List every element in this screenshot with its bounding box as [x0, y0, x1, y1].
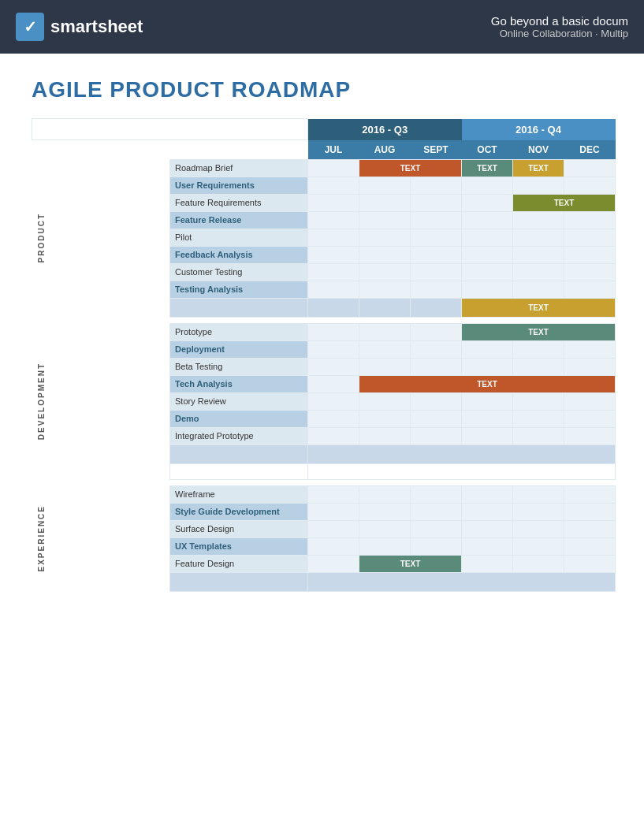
gantt-cell: [564, 537, 616, 555]
quarter-header-row: 2016 - Q3 2016 - Q4: [32, 119, 616, 140]
gantt-cell: [308, 246, 359, 263]
logo-text: smartsheet: [50, 17, 143, 37]
gantt-cell: [308, 463, 616, 479]
gantt-cell: [564, 520, 616, 537]
gantt-cell: [308, 177, 359, 194]
exp-summary-label: [170, 572, 308, 591]
gantt-cell: [564, 340, 616, 358]
gantt-cell: [462, 555, 513, 572]
gantt-cell-bar-summary: TEXT: [462, 298, 616, 317]
gantt-cell: [513, 340, 564, 358]
gantt-cell: [411, 340, 462, 358]
gantt-cell: [308, 485, 359, 503]
gantt-cell: [462, 281, 513, 298]
row-label: Demo: [170, 410, 308, 427]
gantt-cell: [308, 427, 359, 444]
separator-row: [32, 317, 616, 323]
gantt-cell: [359, 263, 411, 281]
smartsheet-logo-icon: ✓: [16, 13, 44, 41]
gantt-cell: [462, 177, 513, 194]
gantt-cell: [513, 427, 564, 444]
gantt-cell: [359, 323, 411, 340]
separator-row-2: [32, 479, 616, 485]
gantt-cell: [308, 211, 359, 229]
gantt-cell: [564, 392, 616, 410]
gantt-cell: [359, 281, 411, 298]
gantt-cell: [359, 194, 411, 211]
row-label: User Requirements: [170, 177, 308, 194]
summary-label: [170, 298, 308, 317]
gantt-cell: [462, 211, 513, 229]
table-row: EXPERIENCE Wireframe: [32, 485, 616, 503]
month-dec: DEC: [564, 140, 616, 160]
gantt-cell: [359, 246, 411, 263]
gantt-cell: [462, 485, 513, 503]
gantt-cell: [564, 358, 616, 375]
row-label: Style Guide Development: [170, 503, 308, 520]
gantt-cell: [564, 503, 616, 520]
gantt-cell: [462, 229, 513, 246]
gantt-cell: [308, 263, 359, 281]
gantt-cell: [308, 503, 359, 520]
table-row: PRODUCT Roadmap Brief TEXT TEXT TEXT: [32, 159, 616, 177]
tagline: Go beyond a basic docum: [491, 14, 628, 28]
gantt-table: 2016 - Q3 2016 - Q4 JUL AUG SEPT OCT NOV…: [32, 118, 616, 592]
row-label: Feature Requirements: [170, 194, 308, 211]
logo-bold: smartsheet: [50, 17, 143, 36]
row-label: Deployment: [170, 340, 308, 358]
gantt-cell: [411, 263, 462, 281]
gantt-cell: [564, 159, 616, 177]
gantt-cell: [564, 485, 616, 503]
gantt-cell: [359, 358, 411, 375]
gantt-cell: [359, 485, 411, 503]
row-label: Beta Testing: [170, 358, 308, 375]
gantt-cell: [513, 520, 564, 537]
gantt-cell: [308, 194, 359, 211]
month-oct: OCT: [462, 140, 513, 160]
month-nov: NOV: [513, 140, 564, 160]
gantt-cell: [411, 392, 462, 410]
gantt-cell: [411, 410, 462, 427]
gantt-cell: [359, 537, 411, 555]
gantt-cell: [411, 281, 462, 298]
experience-section-label: EXPERIENCE: [37, 505, 46, 571]
gantt-cell: [359, 229, 411, 246]
row-label: Tech Analysis: [170, 375, 308, 392]
gantt-cell: [564, 211, 616, 229]
subtagline: Online Collaboration · Multip: [491, 28, 628, 39]
gantt-cell: [513, 229, 564, 246]
gantt-cell: [308, 520, 359, 537]
gantt-cell: [308, 358, 359, 375]
gantt-cell: [359, 520, 411, 537]
month-sept: SEPT: [411, 140, 462, 160]
gantt-cell: [564, 281, 616, 298]
gantt-cell: [513, 392, 564, 410]
gantt-cell: [462, 194, 513, 211]
gantt-cell: [411, 358, 462, 375]
gantt-cell: [411, 427, 462, 444]
row-label: Integrated Prototype: [170, 427, 308, 444]
gantt-cell: [513, 503, 564, 520]
gantt-cell: [308, 555, 359, 572]
header-banner: ✓ smartsheet Go beyond a basic docum Onl…: [0, 0, 644, 54]
product-section-label-cell: PRODUCT: [32, 159, 170, 317]
gantt-cell: [411, 503, 462, 520]
gantt-cell: [564, 229, 616, 246]
page-title: AGILE PRODUCT ROADMAP: [32, 77, 612, 102]
row-label: Feedback Analysis: [170, 246, 308, 263]
gantt-cell: [462, 246, 513, 263]
row-label: Testing Analysis: [170, 281, 308, 298]
gantt-cell: [513, 281, 564, 298]
development-section-label: DEVELOPMENT: [37, 363, 46, 440]
month-header-row: JUL AUG SEPT OCT NOV DEC: [32, 140, 616, 160]
experience-section-label-cell: EXPERIENCE: [32, 485, 170, 591]
month-aug: AUG: [359, 140, 411, 160]
gantt-cell: [308, 229, 359, 246]
gantt-cell: [462, 427, 513, 444]
gantt-cell: [359, 503, 411, 520]
gantt-cell: [411, 323, 462, 340]
gantt-cell: [564, 263, 616, 281]
gantt-cell: [308, 323, 359, 340]
check-icon: ✓: [24, 17, 37, 36]
row-label: Pilot: [170, 229, 308, 246]
